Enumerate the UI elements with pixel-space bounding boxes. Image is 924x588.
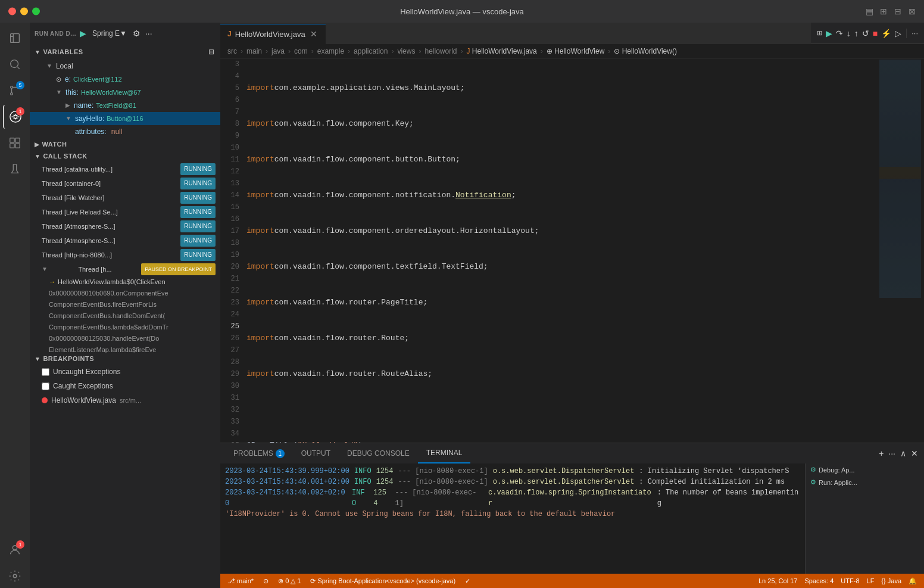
bp-helloworld[interactable]: HelloWorldView.java src/m...	[30, 393, 220, 407]
breadcrumb-example[interactable]: example	[317, 47, 344, 55]
more-debug-icon[interactable]: ···	[910, 27, 919, 39]
stack-item-filewatcher[interactable]: Thread [File Watcher] RUNNING	[30, 191, 220, 205]
debug-panel-debug[interactable]: ⚙ Debug: Ap...	[806, 463, 924, 476]
code-editor[interactable]: 3 4 5 6 7 8 9 10 11 12 13 14 15 16 17 18	[220, 58, 876, 443]
stack-frame-4[interactable]: ComponentEventBus.lambda$addDomTr	[30, 322, 220, 333]
var-sayhello[interactable]: ▼ sayHello: Button@116	[30, 112, 220, 125]
status-branch[interactable]: ⎇ main*	[225, 574, 256, 588]
breakpoints-section-header[interactable]: ▼ BREAKPOINTS	[30, 353, 220, 365]
breadcrumb-main[interactable]: main	[246, 47, 262, 55]
run-more-icon[interactable]: ···	[144, 27, 154, 39]
restart-icon[interactable]: ↺	[861, 27, 870, 39]
call-stack-section-header[interactable]: ▼ CALL STACK	[30, 150, 220, 162]
status-errors[interactable]: ⊗ 0 △ 1	[276, 574, 303, 588]
breadcrumb-file[interactable]: J HelloWorldView.java	[466, 47, 536, 55]
panel-close-icon[interactable]: ✕	[910, 447, 919, 459]
bp-caught-checkbox[interactable]	[42, 382, 49, 390]
variables-section-header[interactable]: ▼ VARIABLES ⊟	[30, 44, 220, 60]
collapse-all-icon[interactable]: ⊟	[207, 46, 216, 57]
tab-terminal[interactable]: TERMINAL	[418, 443, 471, 463]
run-to-cursor-icon[interactable]: ▷	[894, 27, 903, 39]
tab-debug-console[interactable]: DEBUG CONSOLE	[339, 443, 418, 463]
breadcrumb-java[interactable]: java	[271, 47, 285, 55]
watch-section-header[interactable]: ▶ WATCH	[30, 138, 220, 150]
status-check[interactable]: ✓	[463, 574, 473, 588]
tab-output[interactable]: OUTPUT	[293, 443, 339, 463]
layout-icon[interactable]: ⊞	[879, 7, 888, 16]
breadcrumb-helloworld[interactable]: helloworld	[424, 47, 457, 55]
status-position[interactable]: Ln 25, Col 17	[756, 577, 800, 584]
activity-testing[interactable]	[3, 157, 27, 181]
sidebar-toggle-icon[interactable]: ▤	[864, 7, 874, 16]
var-e-name: e:	[65, 73, 71, 85]
breadcrumb-views[interactable]: views	[397, 47, 415, 55]
activity-search[interactable]	[3, 52, 27, 76]
step-out-icon[interactable]: ↑	[853, 27, 860, 39]
panel-toggle-icon[interactable]: ⊟	[893, 7, 903, 16]
stack-item-container[interactable]: Thread [container-0] RUNNING	[30, 176, 220, 191]
status-language[interactable]: {} Java	[879, 577, 904, 584]
var-local[interactable]: ▼ Local	[30, 60, 220, 73]
breadcrumb-class[interactable]: ⊕ HelloWorldView	[547, 47, 605, 55]
var-e[interactable]: ⊙ e: ClickEvent@112	[30, 73, 220, 86]
tab-close-button[interactable]: ✕	[309, 29, 319, 39]
branch-icon: ⎇	[227, 577, 235, 585]
status-spring[interactable]: ⟳ Spring Boot-Application<vscode> (vscod…	[308, 574, 458, 588]
activity-run-debug[interactable]: 1	[3, 105, 27, 129]
stack-frame-1[interactable]: 0x00000008010b0690.onComponentEve	[30, 288, 220, 299]
activity-source-control[interactable]: 5	[3, 79, 27, 102]
new-terminal-icon[interactable]: +	[878, 447, 885, 459]
run-button[interactable]: ▶	[79, 27, 88, 39]
layout-toggle-icon[interactable]: ⊞	[816, 28, 823, 38]
stack-frame-5[interactable]: 0x000000080125030.handleEvent(Do	[30, 333, 220, 344]
step-over-icon[interactable]: ↷	[835, 27, 844, 39]
terminal-content[interactable]: 2023-03-24T15:43:39.999+02:00 INFO 1254 …	[220, 463, 805, 574]
stack-item-http[interactable]: Thread [http-nio-8080...] RUNNING	[30, 248, 220, 262]
stack-frame-3[interactable]: ComponentEventBus.handleDomEvent(	[30, 310, 220, 322]
breadcrumb-src[interactable]: src	[227, 47, 237, 55]
bp-uncaught-checkbox[interactable]	[42, 368, 49, 376]
step-into-icon[interactable]: ↓	[845, 27, 852, 39]
status-eol[interactable]: LF	[864, 577, 877, 584]
customize-layout-icon[interactable]: ⊠	[907, 7, 917, 16]
stack-item-catalina[interactable]: Thread [catalina-utility...] RUNNING	[30, 162, 220, 176]
stack-frame-0[interactable]: →HelloWorldView.lambda$0(ClickEven	[30, 276, 220, 288]
stack-item-paused[interactable]: ▼ Thread [h... PAUSED ON BREAKPOINT	[30, 262, 220, 276]
terminal-more-icon[interactable]: ···	[887, 447, 897, 459]
run-config-dropdown[interactable]: Spring E▼	[90, 28, 129, 39]
status-spaces[interactable]: Spaces: 4	[802, 577, 836, 584]
status-sync[interactable]: ⊙	[261, 574, 271, 588]
tab-problems[interactable]: PROBLEMS 1	[225, 443, 293, 463]
bp-uncaught[interactable]: Uncaught Exceptions	[30, 365, 220, 379]
minimize-button[interactable]	[20, 8, 28, 15]
status-notifications[interactable]: 🔔	[906, 577, 919, 585]
activity-extensions[interactable]	[3, 131, 27, 155]
activity-settings[interactable]	[3, 564, 27, 588]
run-settings-icon[interactable]: ⚙	[132, 27, 142, 39]
continue-debug-icon[interactable]: ▶	[825, 27, 834, 39]
editor-tab-helloworld[interactable]: J HelloWorldView.java ✕	[220, 24, 326, 44]
hot-replace-icon[interactable]: ⚡	[880, 27, 892, 39]
var-this[interactable]: ▼ this: HelloWorldView@67	[30, 86, 220, 99]
stack-item-atm2[interactable]: Thread [Atmosphere-S...] RUNNING	[30, 234, 220, 248]
activity-explorer[interactable]	[3, 26, 27, 50]
close-button[interactable]	[8, 8, 16, 15]
breadcrumb-application[interactable]: application	[354, 47, 388, 55]
window-controls[interactable]	[8, 8, 40, 15]
maximize-button[interactable]	[32, 8, 40, 15]
panel-maximize-icon[interactable]: ∧	[899, 447, 907, 459]
var-attributes[interactable]: attributes: null	[30, 125, 220, 138]
activity-account[interactable]: 1	[3, 538, 27, 562]
debug-panel-run[interactable]: ⚙ Run: Applic...	[806, 476, 924, 489]
breadcrumb-com[interactable]: com	[294, 47, 308, 55]
var-name[interactable]: ▶ name: TextField@81	[30, 99, 220, 112]
stack-item-atm1[interactable]: Thread [Atmosphere-S...] RUNNING	[30, 219, 220, 234]
breadcrumb-method[interactable]: ⊙ HelloWorldView()	[614, 47, 677, 55]
stop-icon[interactable]: ■	[872, 27, 879, 39]
status-encoding[interactable]: UTF-8	[838, 577, 861, 584]
stack-frame-2[interactable]: ComponentEventBus.fireEventForLis	[30, 299, 220, 310]
stack-frame-6[interactable]: ElementListenerMap.lambda$fireEve	[30, 344, 220, 353]
bp-caught[interactable]: Caught Exceptions	[30, 379, 220, 393]
editor-header: J HelloWorldView.java ✕ ⊞ ▶ ↷ ↓ ↑ ↺ ■ ⚡ …	[220, 23, 924, 44]
stack-item-livereload[interactable]: Thread [Live Reload Se...] RUNNING	[30, 205, 220, 219]
